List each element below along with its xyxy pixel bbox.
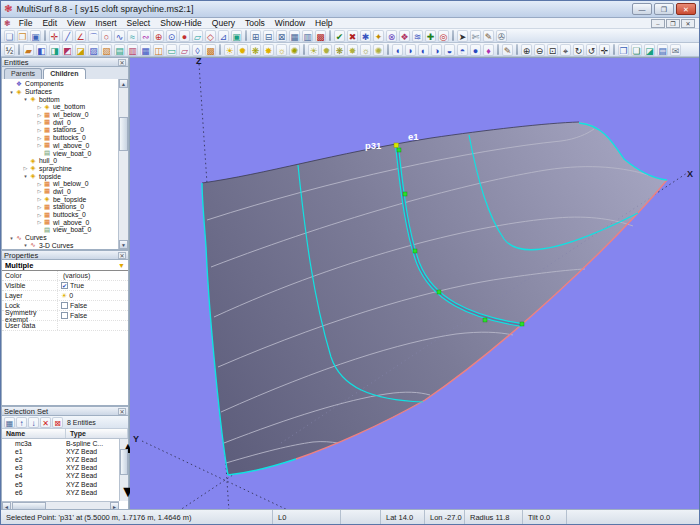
insert-circle-icon[interactable]: ○: [101, 30, 112, 42]
pointer-tool-icon[interactable]: ➤: [457, 30, 468, 42]
property-control-icon[interactable]: ☀: [61, 292, 67, 300]
model-viewport[interactable]: p31 e1 Z X Y: [130, 57, 699, 509]
translation-surface-icon[interactable]: ◩: [62, 44, 73, 56]
selection-row[interactable]: e2 XYZ Bead: [2, 455, 119, 463]
previous-view-icon[interactable]: ↺: [586, 44, 597, 56]
check-model-icon[interactable]: ✔: [334, 30, 345, 42]
zoom-in-icon[interactable]: ⊕: [521, 44, 532, 56]
tree-expander-icon[interactable]: ▾: [8, 235, 15, 241]
tree-expander-icon[interactable]: ▷: [22, 165, 29, 171]
menu-item-show-hide[interactable]: Show-Hide: [155, 18, 207, 29]
zoom-window-icon[interactable]: ⊡: [547, 44, 558, 56]
menu-item-view[interactable]: View: [62, 18, 90, 29]
properties-close-icon[interactable]: ✕: [118, 252, 126, 259]
close-button[interactable]: ✕: [676, 3, 696, 15]
save-view-icon[interactable]: ❏: [631, 44, 642, 56]
tree-item[interactable]: ▤ view_boat_0: [2, 149, 118, 157]
toolbar-separator[interactable]: [329, 30, 331, 41]
tangent-surface-icon[interactable]: ▱: [179, 44, 190, 56]
tree-item[interactable]: ▾ ◈ bottom: [2, 95, 118, 103]
toggle-visibility-icon[interactable]: ☼: [360, 44, 371, 56]
selection-row[interactable]: mc3a B-spline C...: [2, 439, 119, 447]
window-tabs-icon[interactable]: ▥: [302, 30, 313, 42]
tree-item[interactable]: ▷ ▦ stations_0: [2, 203, 118, 211]
tree-item[interactable]: ▷ ▦ wl_above_0: [2, 218, 118, 226]
save-file-icon[interactable]: ▣: [30, 30, 41, 42]
trimmed-surface-icon[interactable]: ◫: [153, 44, 164, 56]
move-up-icon[interactable]: ↑: [16, 417, 27, 428]
tree-scrollbar[interactable]: ▲ ▼: [118, 79, 128, 249]
tree-item[interactable]: ▷ ◈ spraychine: [2, 165, 118, 173]
insert-magnet-icon[interactable]: ⊕: [153, 30, 164, 42]
delete-entity-icon[interactable]: ✖: [347, 30, 358, 42]
tree-item[interactable]: ▷ ◈ be_topside: [2, 195, 118, 203]
menu-item-file[interactable]: File: [14, 18, 38, 29]
mdi-minimize-button[interactable]: –: [651, 19, 665, 28]
iso-view-icon[interactable]: ●: [470, 44, 481, 56]
tree-item[interactable]: ▷ ▦ buttocks_0: [2, 134, 118, 142]
trim-tool-icon[interactable]: ✄: [470, 30, 481, 42]
wave-check-icon[interactable]: ≋: [412, 30, 423, 42]
user-view-icon[interactable]: ♦: [483, 44, 494, 56]
toolbar-separator[interactable]: [613, 44, 615, 55]
tree-item[interactable]: ❖ Components: [2, 80, 118, 88]
resolve-icon[interactable]: ❖: [399, 30, 410, 42]
toolbar-separator[interactable]: [452, 30, 454, 41]
bead-e3[interactable]: [413, 249, 417, 253]
window-horizontal-icon[interactable]: ⊟: [263, 30, 274, 42]
hull-3d-view[interactable]: p31 e1 Z X Y: [130, 58, 700, 512]
insert-surface-icon[interactable]: ▱: [192, 30, 203, 42]
new-file-icon[interactable]: ❏: [4, 30, 15, 42]
tree-item[interactable]: ▷ ◈ ue_bottom: [2, 103, 118, 111]
selection-grid-icon[interactable]: ▦: [4, 417, 15, 428]
column-header-type[interactable]: Type: [66, 429, 128, 438]
tree-expander-icon[interactable]: ▷: [36, 212, 43, 218]
link-icon[interactable]: ⊗: [386, 30, 397, 42]
window-vertical-icon[interactable]: ⊠: [276, 30, 287, 42]
show-entity-icon[interactable]: ✹: [237, 44, 248, 56]
model-window-icon[interactable]: ▩: [315, 30, 326, 42]
insert-ring-icon[interactable]: ⊙: [166, 30, 177, 42]
tree-expander-icon[interactable]: ▷: [36, 142, 43, 148]
toolbar-separator[interactable]: [387, 44, 389, 55]
insert-frame-icon[interactable]: ⊿: [218, 30, 229, 42]
property-control-icon[interactable]: [61, 312, 68, 319]
selection-close-icon[interactable]: ✕: [118, 408, 126, 415]
show-children-icon[interactable]: ✸: [263, 44, 274, 56]
tree-item[interactable]: ▷ ▦ buttocks_0: [2, 211, 118, 219]
pan-view-icon[interactable]: ✛: [599, 44, 610, 56]
entities-close-icon[interactable]: ✕: [118, 59, 126, 66]
bspline-lofted-surface-icon[interactable]: ◧: [36, 44, 47, 56]
send-view-icon[interactable]: ✉: [670, 44, 681, 56]
insert-point-icon[interactable]: ✛: [49, 30, 60, 42]
tree-item[interactable]: ▷ ▦ dwl_0: [2, 118, 118, 126]
bead-e4[interactable]: [437, 290, 441, 294]
procedural-surface-icon[interactable]: ◊: [192, 44, 203, 56]
remove-selected-icon[interactable]: ✕: [40, 417, 51, 428]
print-view-icon[interactable]: ▤: [657, 44, 668, 56]
tree-expander-icon[interactable]: ▷: [36, 135, 43, 141]
tree-expander-icon[interactable]: ▷: [36, 119, 43, 125]
show-parents-icon[interactable]: ❋: [250, 44, 261, 56]
minimize-button[interactable]: —: [632, 3, 652, 15]
tree-item[interactable]: ▤ view_boat_0: [2, 226, 118, 234]
tree-item[interactable]: ▾ ◈ Surfaces: [2, 88, 118, 96]
scroll-down-icon[interactable]: ▼: [119, 240, 128, 249]
menu-item-help[interactable]: Help: [310, 18, 337, 29]
selection-row[interactable]: e1 XYZ Bead: [2, 447, 119, 455]
tree-expander-icon[interactable]: ▷: [36, 204, 43, 210]
arc-lofted-surface-icon[interactable]: ▰: [23, 44, 34, 56]
tab-children[interactable]: Children: [43, 68, 85, 79]
measure-icon[interactable]: ✱: [360, 30, 371, 42]
sweep-surface-icon[interactable]: ▧: [101, 44, 112, 56]
rotate-view-icon[interactable]: ↻: [573, 44, 584, 56]
tree-expander-icon[interactable]: ▾: [22, 173, 29, 179]
property-row[interactable]: Color (various): [2, 271, 128, 281]
column-header-name[interactable]: Name: [2, 429, 66, 438]
bead-e5[interactable]: [483, 318, 487, 322]
selection-row[interactable]: e6 XYZ Bead: [2, 488, 119, 496]
zoom-extents-icon[interactable]: ⌖: [560, 44, 571, 56]
c-lofted-surface-icon[interactable]: ◨: [49, 44, 60, 56]
selection-row[interactable]: e3 XYZ Bead: [2, 464, 119, 472]
zoom-out-icon[interactable]: ⊖: [534, 44, 545, 56]
